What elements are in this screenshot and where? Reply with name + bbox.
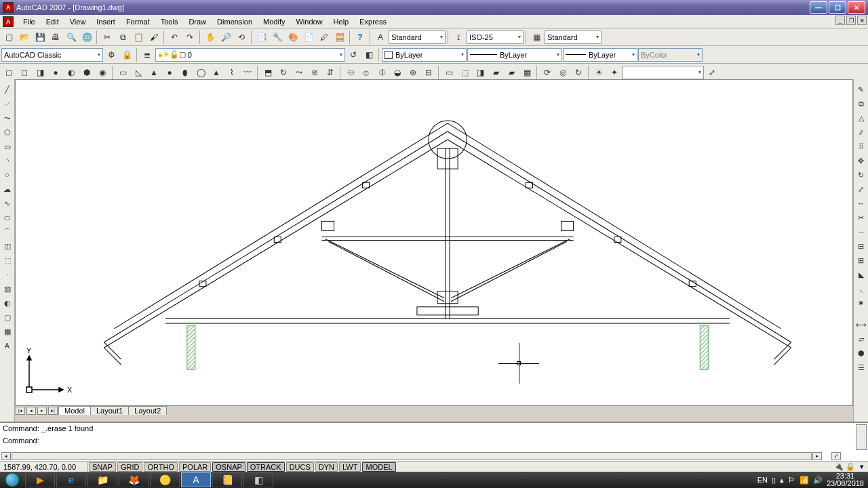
menu-modify[interactable]: Modify — [258, 16, 290, 27]
insert-icon[interactable]: ◫ — [1, 240, 14, 252]
view-top-icon[interactable]: ◻ — [1, 65, 16, 80]
status-otrack[interactable]: OTRACK — [247, 462, 285, 472]
sun-icon[interactable]: ✦ — [607, 65, 622, 80]
new-icon[interactable]: ▢ — [1, 30, 16, 45]
layer-states-icon[interactable]: ◧ — [361, 47, 376, 62]
save-icon[interactable]: 💾 — [33, 30, 47, 45]
tab-layout1[interactable]: Layout1 — [90, 406, 129, 415]
table-icon[interactable]: ▦ — [1, 325, 14, 338]
view-iso-icon[interactable]: ◐ — [64, 65, 79, 80]
taskbar-explorer[interactable]: 📁 — [87, 472, 117, 487]
area-icon[interactable]: ▱ — [855, 333, 867, 345]
solid-sphere-icon[interactable]: ● — [162, 65, 177, 80]
calc-icon[interactable]: 🧮 — [332, 30, 347, 45]
arc-icon[interactable]: ◝ — [1, 155, 14, 167]
hscroll-right[interactable]: ▸ — [812, 452, 822, 460]
view-sphere-icon[interactable]: ● — [48, 65, 63, 80]
intersect-icon[interactable]: ⦷ — [374, 65, 389, 80]
paste-icon[interactable]: 📋 — [131, 30, 146, 45]
ellipsearc-icon[interactable]: ⌒ — [1, 226, 14, 238]
status-lwt[interactable]: LWT — [339, 462, 361, 472]
scale-icon[interactable]: ⤢ — [855, 183, 867, 195]
union-icon[interactable]: ⦵ — [343, 65, 358, 80]
status-grid[interactable]: GRID — [117, 462, 143, 472]
tab-prev[interactable]: ◂ — [26, 407, 36, 415]
orbit-cont-icon[interactable]: ↻ — [571, 65, 586, 80]
break-icon[interactable]: ⊟ — [855, 240, 867, 252]
array-icon[interactable]: ⠿ — [855, 140, 867, 152]
hatch-icon[interactable]: ▨ — [1, 283, 14, 295]
hscroll-left[interactable]: ◂ — [1, 452, 11, 460]
mdi-minimize[interactable]: _ — [835, 16, 845, 25]
comm-icon[interactable]: 🔌 — [834, 462, 844, 471]
dimstyle-icon[interactable]: ⟟ — [451, 30, 466, 45]
tray-expand-icon[interactable]: ▴ — [780, 476, 784, 485]
join-icon[interactable]: ⊞ — [855, 254, 867, 266]
tab-last[interactable]: ▸| — [48, 407, 58, 415]
taskbar-app3[interactable]: ◧ — [243, 472, 273, 487]
menu-view[interactable]: View — [64, 16, 92, 27]
layer-props-icon[interactable]: ≣ — [140, 47, 155, 62]
slice-icon[interactable]: ◒ — [390, 65, 405, 80]
zoom-prev-icon[interactable]: ⟲ — [234, 30, 249, 45]
cmd-vscroll[interactable] — [856, 424, 867, 450]
clock[interactable]: 23:31 23/08/2018 — [827, 472, 864, 487]
minimize-button[interactable]: — — [810, 1, 827, 14]
gradient-icon[interactable]: ◐ — [1, 297, 14, 309]
vs-concept-icon[interactable]: ▰ — [504, 65, 519, 80]
menu-edit[interactable]: Edit — [41, 16, 64, 27]
tab-first[interactable]: |◂ — [16, 407, 25, 415]
sweep-icon[interactable]: ⤳ — [292, 65, 307, 80]
menu-express[interactable]: Express — [354, 16, 392, 27]
tab-layout2[interactable]: Layout2 — [128, 406, 167, 415]
dist-icon[interactable]: ⟷ — [855, 319, 867, 331]
tray-vol-icon[interactable]: 🔊 — [813, 476, 823, 485]
text-style-dropdown[interactable]: Standard — [389, 30, 446, 44]
close-button[interactable]: ✕ — [848, 1, 865, 14]
taskbar-autocad[interactable]: A — [181, 472, 211, 487]
extrude-icon[interactable]: ⬒ — [260, 65, 275, 80]
status-snap[interactable]: SNAP — [89, 462, 116, 472]
maximize-button[interactable]: ☐ — [829, 1, 846, 14]
linetype-dropdown[interactable]: ByLayer — [467, 48, 562, 62]
solid-helix-icon[interactable]: ⌇ — [224, 65, 239, 80]
render-icon[interactable]: ☀ — [591, 65, 606, 80]
markup-icon[interactable]: 🖊 — [317, 30, 332, 45]
mtext-icon[interactable]: A — [1, 340, 14, 352]
taskbar-chrome[interactable]: 🟡 — [150, 472, 180, 487]
pan-icon[interactable]: ✋ — [203, 30, 218, 45]
solid-box-icon[interactable]: ▭ — [115, 65, 130, 80]
orbit-icon[interactable]: ⟳ — [540, 65, 555, 80]
solid-torus-icon[interactable]: ◯ — [193, 65, 208, 80]
chamfer-icon[interactable]: ◣ — [855, 268, 867, 281]
ssm-icon[interactable]: 📄 — [301, 30, 316, 45]
interfere-icon[interactable]: ⊛ — [406, 65, 420, 80]
zoom-icon[interactable]: 🔎 — [218, 30, 233, 45]
match-icon[interactable]: 🖌 — [146, 30, 161, 45]
help-icon[interactable]: ? — [353, 30, 368, 45]
tray-net-icon[interactable]: 📶 — [800, 476, 809, 485]
tab-next[interactable]: ▸ — [37, 407, 47, 415]
workspace-dropdown[interactable]: AutoCAD Classic — [1, 48, 103, 62]
loft-icon[interactable]: ≋ — [307, 65, 322, 80]
taskbar-firefox[interactable]: 🦊 — [119, 472, 149, 487]
menu-help[interactable]: Help — [328, 16, 355, 27]
extend-icon[interactable]: → — [855, 226, 867, 238]
view-bottom-icon[interactable]: ◻ — [17, 65, 32, 80]
tp-icon[interactable]: 🎨 — [285, 30, 300, 45]
status-ducs[interactable]: DUCS — [286, 462, 314, 472]
solid-poly-icon[interactable]: 〰 — [240, 65, 255, 80]
ws-lock-icon[interactable]: 🔒 — [119, 47, 134, 62]
nav-icon[interactable]: ⤢ — [705, 65, 719, 80]
view-cam-icon[interactable]: ◉ — [95, 65, 110, 80]
tray-menu-icon[interactable]: ▾ — [857, 462, 867, 471]
lang-indicator[interactable]: EN — [757, 476, 768, 484]
vs-mgr-icon[interactable]: ▦ — [519, 65, 534, 80]
point-icon[interactable]: · — [1, 268, 14, 281]
preview-icon[interactable]: 🔍 — [64, 30, 79, 45]
taskbar-mediaplayer[interactable]: ▶ — [25, 472, 55, 487]
textstyle-icon[interactable]: A — [373, 30, 388, 45]
revcloud-icon[interactable]: ☁ — [1, 183, 14, 195]
vs-2d-icon[interactable]: ▭ — [441, 65, 456, 80]
move-icon[interactable]: ✥ — [855, 155, 867, 167]
